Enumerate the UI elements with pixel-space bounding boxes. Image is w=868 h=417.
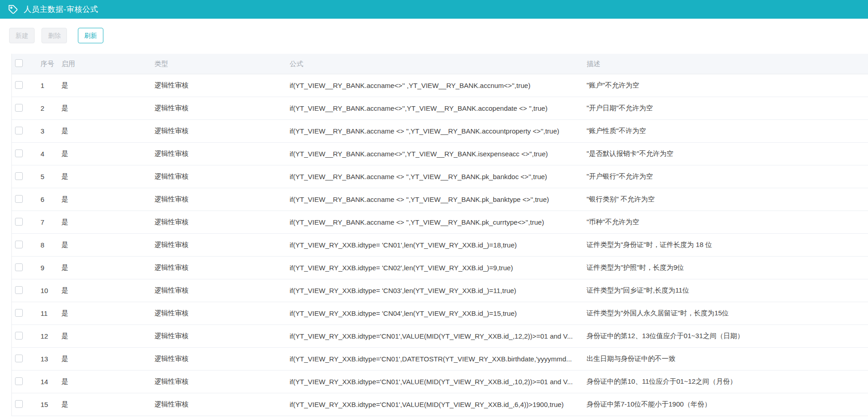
table-row[interactable]: 6 是 逻辑性审核 if(YT_VIEW__RY_BANK.accname <>… [12, 188, 868, 211]
row-formula: if(YT_VIEW_RY_XXB.idtype= 'CN04',len(YT_… [290, 309, 587, 317]
row-enabled: 是 [61, 263, 154, 272]
formula-table: 序号 启用 类型 公式 描述 1 是 逻辑性审核 if(YT_VIEW__RY_… [11, 54, 868, 416]
row-formula: if(YT_VIEW_RY_XXB.idtype='CN01',VALUE(MI… [290, 401, 587, 408]
row-formula: if(YT_VIEW__RY_BANK.accname <> '',YT_VIE… [290, 173, 587, 180]
select-all-checkbox[interactable] [15, 59, 23, 67]
row-checkbox-cell [12, 263, 41, 273]
table-row[interactable]: 3 是 逻辑性审核 if(YT_VIEW__RY_BANK.accname <>… [12, 120, 868, 143]
select-all-checkbox-cell [12, 59, 41, 68]
row-formula: if(YT_VIEW__RY_BANK.accname<>'' ,YT_VIEW… [290, 82, 587, 89]
row-checkbox[interactable] [15, 81, 23, 89]
row-checkbox-cell [12, 400, 41, 409]
row-checkbox[interactable] [15, 400, 23, 408]
row-seq: 9 [41, 264, 61, 272]
row-seq: 7 [41, 218, 61, 226]
row-checkbox[interactable] [15, 218, 23, 226]
row-seq: 11 [41, 309, 61, 317]
row-checkbox[interactable] [15, 172, 23, 180]
row-checkbox[interactable] [15, 309, 23, 317]
row-checkbox-cell [12, 377, 41, 386]
row-seq: 15 [41, 401, 61, 408]
row-desc: 证件类型为"护照"时，长度为9位 [587, 263, 868, 272]
row-enabled: 是 [61, 332, 154, 340]
table-row[interactable]: 10 是 逻辑性审核 if(YT_VIEW_RY_XXB.idtype= 'CN… [12, 279, 868, 302]
row-formula: if(YT_VIEW__RY_BANK.accname <> '',YT_VIE… [290, 196, 587, 203]
new-button[interactable]: 新建 [9, 28, 35, 43]
row-checkbox-cell [12, 81, 41, 90]
row-checkbox-cell [12, 127, 41, 136]
row-checkbox[interactable] [15, 241, 23, 248]
row-type: 逻辑性审核 [154, 218, 290, 227]
table-row[interactable]: 2 是 逻辑性审核 if(YT_VIEW__RY_BANK.accname<>'… [12, 97, 868, 120]
row-checkbox-cell [12, 332, 41, 341]
table-row[interactable]: 1 是 逻辑性审核 if(YT_VIEW__RY_BANK.accname<>'… [12, 74, 868, 97]
row-checkbox-cell [12, 149, 41, 159]
row-seq: 4 [41, 150, 61, 158]
row-formula: if(YT_VIEW_RY_XXB.idtype= 'CN01',len(YT_… [290, 241, 587, 249]
table-header-row: 序号 启用 类型 公式 描述 [12, 54, 868, 74]
row-enabled: 是 [61, 81, 154, 90]
table-row[interactable]: 8 是 逻辑性审核 if(YT_VIEW_RY_XXB.idtype= 'CN0… [12, 234, 868, 257]
row-type: 逻辑性审核 [154, 309, 290, 318]
row-checkbox[interactable] [15, 104, 23, 112]
row-desc: 证件类型为"外国人永久居留证"时，长度为15位 [587, 309, 868, 318]
row-checkbox[interactable] [15, 286, 23, 294]
delete-button[interactable]: 删除 [41, 28, 67, 43]
row-enabled: 是 [61, 355, 154, 363]
toolbar: 新建 删除 刷新 [0, 19, 868, 54]
row-checkbox-cell [12, 355, 41, 364]
row-desc: 出生日期与身份证中的不一致 [587, 355, 868, 363]
refresh-button[interactable]: 刷新 [78, 28, 103, 43]
row-type: 逻辑性审核 [154, 400, 290, 409]
row-formula: if(YT_VIEW__RY_BANK.accname <> '',YT_VIE… [290, 127, 587, 135]
row-checkbox[interactable] [15, 332, 23, 340]
row-seq: 2 [41, 104, 61, 112]
row-seq: 1 [41, 82, 61, 89]
column-header-type: 类型 [154, 60, 290, 68]
row-seq: 13 [41, 355, 61, 363]
row-type: 逻辑性审核 [154, 377, 290, 386]
row-type: 逻辑性审核 [154, 81, 290, 90]
row-checkbox[interactable] [15, 263, 23, 271]
table-row[interactable]: 13 是 逻辑性审核 if(YT_VIEW_RY_XXB.idtype='CN0… [12, 348, 868, 371]
row-type: 逻辑性审核 [154, 149, 290, 158]
table-row[interactable]: 14 是 逻辑性审核 if(YT_VIEW_RY_XXB.idtype='CN0… [12, 371, 868, 393]
row-type: 逻辑性审核 [154, 104, 290, 113]
row-seq: 5 [41, 173, 61, 180]
table-row[interactable]: 7 是 逻辑性审核 if(YT_VIEW__RY_BANK.accname <>… [12, 211, 868, 234]
page-title: 人员主数据-审核公式 [24, 4, 98, 15]
column-header-enabled: 启用 [61, 60, 154, 68]
table-row[interactable]: 12 是 逻辑性审核 if(YT_VIEW_RY_XXB.idtype='CN0… [12, 325, 868, 348]
row-enabled: 是 [61, 195, 154, 204]
row-desc: "开户银行"不允许为空 [587, 172, 868, 181]
row-formula: if(YT_VIEW_RY_XXB.idtype='CN01',VALUE(MI… [290, 378, 587, 386]
row-checkbox[interactable] [15, 149, 23, 157]
row-desc: 身份证中的第10、11位应介于01~12之间（月份） [587, 377, 868, 386]
row-type: 逻辑性审核 [154, 241, 290, 249]
row-checkbox[interactable] [15, 195, 23, 203]
row-checkbox-cell [12, 195, 41, 204]
row-enabled: 是 [61, 241, 154, 249]
row-checkbox[interactable] [15, 355, 23, 362]
row-type: 逻辑性审核 [154, 263, 290, 272]
row-enabled: 是 [61, 286, 154, 295]
table-row[interactable]: 9 是 逻辑性审核 if(YT_VIEW_RY_XXB.idtype= 'CN0… [12, 257, 868, 279]
row-desc: "账户性质"不许为空 [587, 127, 868, 135]
row-enabled: 是 [61, 218, 154, 227]
row-type: 逻辑性审核 [154, 127, 290, 135]
table-row[interactable]: 4 是 逻辑性审核 if(YT_VIEW__RY_BANK.accname<>'… [12, 143, 868, 165]
row-desc: "银行类别" 不允许为空 [587, 195, 868, 204]
row-formula: if(YT_VIEW_RY_XXB.idtype= 'CN03',len(YT_… [290, 287, 587, 294]
table-body: 1 是 逻辑性审核 if(YT_VIEW__RY_BANK.accname<>'… [12, 74, 868, 416]
column-header-seq: 序号 [41, 60, 61, 68]
table-row[interactable]: 11 是 逻辑性审核 if(YT_VIEW_RY_XXB.idtype= 'CN… [12, 302, 868, 325]
row-formula: if(YT_VIEW__RY_BANK.accname<>'',YT_VIEW_… [290, 150, 587, 158]
row-checkbox[interactable] [15, 377, 23, 385]
row-checkbox-cell [12, 309, 41, 318]
row-checkbox-cell [12, 104, 41, 113]
table-row[interactable]: 5 是 逻辑性审核 if(YT_VIEW__RY_BANK.accname <>… [12, 165, 868, 188]
row-enabled: 是 [61, 400, 154, 409]
row-checkbox[interactable] [15, 127, 23, 134]
table-row[interactable]: 15 是 逻辑性审核 if(YT_VIEW_RY_XXB.idtype='CN0… [12, 393, 868, 416]
row-checkbox-cell [12, 172, 41, 181]
